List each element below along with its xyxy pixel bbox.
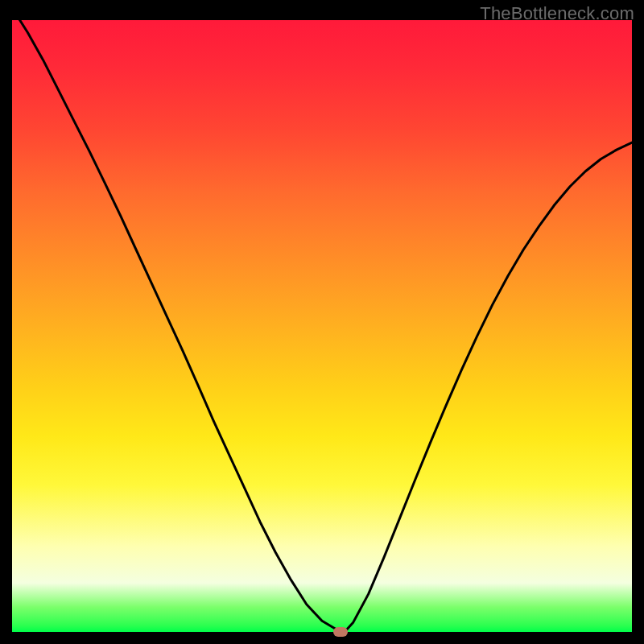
curve-path bbox=[12, 20, 632, 632]
bottleneck-curve bbox=[12, 20, 632, 632]
chart-frame: TheBottleneck.com bbox=[0, 0, 644, 644]
plot-area bbox=[12, 20, 632, 632]
optimal-point-marker bbox=[333, 627, 348, 637]
